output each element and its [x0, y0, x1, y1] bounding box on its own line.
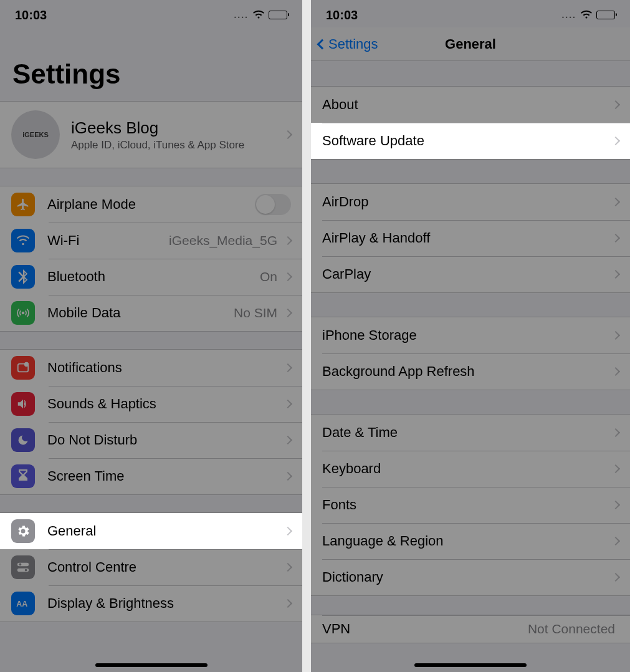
vpn-group: VPN Not Connected: [311, 615, 630, 643]
chevron-right-icon: [611, 573, 620, 582]
general-screen: 10:03 .... Settings General About Softwa…: [311, 0, 630, 672]
avatar: iGEEKS: [11, 110, 60, 159]
text-size-icon: AA: [11, 592, 35, 615]
chevron-right-icon: [284, 363, 292, 372]
chevron-right-icon: [611, 428, 620, 437]
storage-group: iPhone Storage Background App Refresh: [311, 317, 630, 390]
wifi-label: Wi-Fi: [47, 233, 79, 249]
dnd-row[interactable]: Do Not Disturb: [0, 422, 302, 458]
software-update-row[interactable]: Software Update: [311, 123, 630, 159]
home-indicator[interactable]: [414, 663, 527, 667]
bg-refresh-row[interactable]: Background App Refresh: [311, 353, 630, 390]
wifi-icon: [252, 8, 265, 22]
home-indicator[interactable]: [95, 663, 208, 667]
dnd-label: Do Not Disturb: [47, 432, 137, 448]
status-right: ....: [561, 8, 615, 22]
storage-row[interactable]: iPhone Storage: [311, 317, 630, 353]
keyboard-row[interactable]: Keyboard: [311, 451, 630, 487]
sounds-row[interactable]: Sounds & Haptics: [0, 386, 302, 422]
chevron-right-icon: [284, 236, 292, 245]
bluetooth-row[interactable]: Bluetooth On: [0, 259, 302, 295]
wifi-icon: [11, 229, 35, 252]
status-bar: 10:03 ....: [0, 0, 302, 27]
wifi-value: iGeeks_Media_5G: [169, 233, 277, 248]
chevron-right-icon: [611, 464, 620, 473]
airplane-mode-row[interactable]: Airplane Mode: [0, 186, 302, 223]
about-row[interactable]: About: [311, 87, 630, 123]
general-row[interactable]: General: [0, 513, 302, 549]
chevron-right-icon: [284, 309, 292, 317]
chevron-right-icon: [611, 137, 620, 145]
settings-root-screen: 10:03 .... Settings iGEEKS iGeeks Blog A…: [0, 0, 311, 672]
fonts-row[interactable]: Fonts: [311, 487, 630, 523]
control-label: Control Centre: [47, 559, 136, 575]
status-time: 10:03: [15, 8, 47, 22]
chevron-right-icon: [611, 367, 620, 376]
chevron-right-icon: [611, 501, 620, 509]
dictionary-row[interactable]: Dictionary: [311, 559, 630, 595]
vpn-value: Not Connected: [528, 622, 615, 636]
signal-dots: ....: [234, 10, 249, 20]
hourglass-icon: [11, 464, 35, 488]
carplay-row[interactable]: CarPlay: [311, 256, 630, 292]
airplay-row[interactable]: AirPlay & Handoff: [311, 220, 630, 256]
localization-group: Date & Time Keyboard Fonts Language & Re…: [311, 414, 630, 596]
chevron-right-icon: [284, 472, 292, 481]
chevron-right-icon: [284, 400, 292, 408]
control-centre-row[interactable]: Control Centre: [0, 549, 302, 585]
about-label: About: [322, 97, 358, 113]
profile-subtitle: Apple ID, iCloud, iTunes & App Store: [71, 139, 281, 151]
mobile-label: Mobile Data: [47, 305, 120, 321]
page-title: Settings: [0, 27, 302, 101]
svg-point-0: [22, 312, 24, 314]
chevron-right-icon: [611, 234, 620, 242]
wifi-row[interactable]: Wi-Fi iGeeks_Media_5G: [0, 223, 302, 259]
connectivity-group: AirDrop AirPlay & Handoff CarPlay: [311, 183, 630, 293]
language-row[interactable]: Language & Region: [311, 523, 630, 559]
status-time: 10:03: [326, 8, 358, 22]
alerts-group: Notifications Sounds & Haptics Do Not Di…: [0, 349, 302, 495]
svg-point-2: [25, 363, 29, 367]
speaker-icon: [11, 392, 35, 416]
airplane-toggle[interactable]: [255, 194, 291, 215]
vpn-row[interactable]: VPN Not Connected: [311, 615, 630, 643]
signal-dots: ....: [561, 10, 576, 20]
chevron-right-icon: [611, 100, 620, 109]
nav-bar: Settings General: [311, 27, 630, 61]
airdrop-row[interactable]: AirDrop: [311, 184, 630, 220]
nav-title: General: [445, 36, 496, 52]
notifications-label: Notifications: [47, 360, 122, 376]
wifi-icon: [580, 8, 593, 22]
battery-icon: [269, 11, 287, 19]
screentime-label: Screen Time: [47, 468, 125, 484]
apple-id-row[interactable]: iGEEKS iGeeks Blog Apple ID, iCloud, iTu…: [0, 102, 302, 168]
software-update-label: Software Update: [322, 133, 424, 149]
chevron-right-icon: [284, 436, 292, 444]
svg-point-5: [19, 564, 22, 566]
mobile-data-row[interactable]: Mobile Data No SIM: [0, 295, 302, 331]
back-button[interactable]: Settings: [318, 27, 378, 60]
about-group: About Software Update: [311, 86, 630, 160]
connectivity-group: Airplane Mode Wi-Fi iGeeks_Media_5G Blue…: [0, 186, 302, 332]
airplane-icon: [11, 193, 35, 216]
status-bar: 10:03 ....: [311, 0, 630, 27]
battery-icon: [596, 11, 615, 19]
screentime-row[interactable]: Screen Time: [0, 458, 302, 494]
airplane-label: Airplane Mode: [47, 196, 136, 213]
gear-icon: [11, 519, 35, 543]
display-label: Display & Brightness: [47, 595, 174, 612]
chevron-right-icon: [611, 270, 620, 279]
back-label: Settings: [328, 36, 378, 52]
svg-point-6: [25, 569, 27, 572]
display-row[interactable]: AA Display & Brightness: [0, 585, 302, 622]
sounds-label: Sounds & Haptics: [47, 396, 156, 412]
notifications-row[interactable]: Notifications: [0, 350, 302, 386]
bluetooth-icon: [11, 265, 35, 289]
chevron-right-icon: [611, 331, 620, 340]
datetime-row[interactable]: Date & Time: [311, 415, 630, 451]
chevron-right-icon: [284, 527, 292, 535]
toggles-icon: [11, 555, 35, 579]
chevron-right-icon: [284, 563, 292, 572]
chevron-right-icon: [284, 272, 292, 281]
antenna-icon: [11, 301, 35, 325]
